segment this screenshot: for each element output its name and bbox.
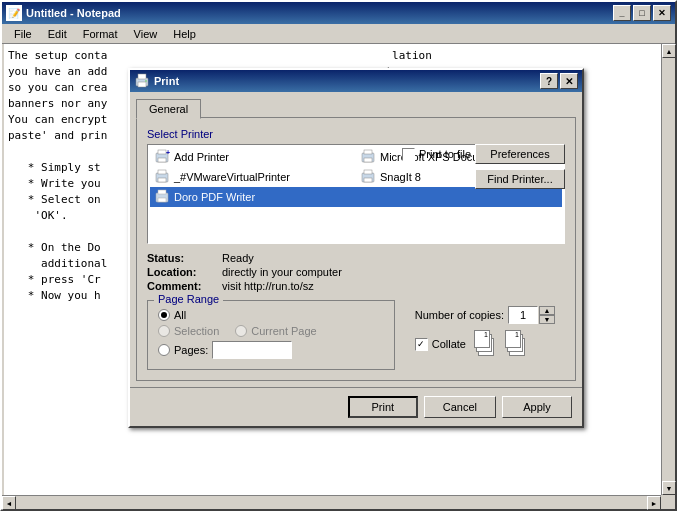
radio-all: All [158,309,384,321]
location-label: Location: [147,266,222,278]
svg-rect-15 [364,170,372,174]
notepad-title: Untitled - Notepad [26,7,613,19]
scroll-left-arrow[interactable]: ◄ [2,496,16,510]
print-button[interactable]: Print [348,396,418,418]
svg-rect-19 [158,198,166,202]
pages-input[interactable] [212,341,292,359]
dialog-close-button[interactable]: ✕ [560,73,578,89]
find-printer-button[interactable]: Find Printer... [475,169,565,189]
page-front-1b: 1 [505,330,521,348]
print-dialog: Print ? ✕ General Select Printer [128,68,584,428]
notepad-minimize-button[interactable]: _ [613,5,631,21]
dialog-titlebar-buttons: ? ✕ [540,73,578,89]
radio-selection-input[interactable] [158,325,170,337]
notepad-scrollbar-horizontal[interactable]: ◄ ► [2,495,661,509]
snagit-printer-icon [360,169,376,185]
add-printer-icon: + [154,149,170,165]
radio-current-page: Current Page [235,325,316,337]
radio-pages-input[interactable] [158,344,170,356]
menu-file[interactable]: File [6,26,40,42]
dialog-help-button[interactable]: ? [540,73,558,89]
scroll-up-arrow[interactable]: ▲ [662,44,676,58]
menu-format[interactable]: Format [75,26,126,42]
collate-label: Collate [432,338,466,350]
spin-up-arrow[interactable]: ▲ [539,306,555,315]
collate-check-mark: ✓ [417,339,425,349]
printer-name-doro: Doro PDF Writer [174,191,255,203]
right-controls: Print to file Preferences Find Printer..… [402,144,565,189]
cancel-button[interactable]: Cancel [424,396,496,418]
dialog-footer: Print Cancel Apply [130,387,582,426]
notepad-maximize-button[interactable]: □ [633,5,651,21]
status-section: Status: Ready Location: directly in your… [147,252,565,292]
svg-rect-18 [158,190,166,194]
status-label: Status: [147,252,222,264]
collate-row: ✓ Collate 3 2 1 3 2 [415,330,555,358]
spin-down-arrow[interactable]: ▼ [539,315,555,324]
tab-content-general: Select Printer + Add Printer [136,117,576,381]
radio-selection: Selection [158,325,219,337]
radio-selection-label: Selection [174,325,219,337]
printer-icon [134,73,150,89]
spinner-arrows: ▲ ▼ [539,306,555,324]
copies-group: Number of copies: ▲ ▼ ✓ [405,300,565,370]
svg-text:+: + [166,149,170,156]
select-printer-label: Select Printer [147,128,565,140]
print-to-file-checkbox[interactable] [402,148,415,161]
page-range-legend: Page Range [154,293,223,305]
svg-rect-1 [138,74,146,79]
menu-help[interactable]: Help [165,26,204,42]
menu-view[interactable]: View [126,26,166,42]
print-to-file-label: Print to file [419,148,471,160]
notepad-titlebar-buttons: _ □ ✕ [613,5,671,21]
notepad-titlebar: 📝 Untitled - Notepad _ □ ✕ [2,2,675,24]
svg-rect-13 [158,178,166,182]
bottom-sections: Page Range All Selection Current Page [147,300,565,370]
status-value: Ready [222,252,565,264]
radio-current-page-input[interactable] [235,325,247,337]
location-value: directly in your computer [222,266,565,278]
notepad-close-button[interactable]: ✕ [653,5,671,21]
xps-printer-icon [360,149,376,165]
svg-rect-6 [158,158,166,162]
content-line: The setup conta lation [8,48,657,64]
notepad-menubar: File Edit Format View Help [2,24,675,44]
comment-value: visit http://run.to/sz [222,280,565,292]
svg-rect-2 [138,82,146,87]
dialog-title: Print [154,75,540,87]
dialog-title-icon [134,73,150,89]
radio-pages-label: Pages: [174,344,208,356]
svg-rect-10 [364,158,372,162]
menu-edit[interactable]: Edit [40,26,75,42]
collate-stack-1: 3 2 1 [474,330,498,358]
print-to-file-row: Print to file Preferences [402,144,565,164]
collate-stack-2: 3 2 1 [505,330,529,358]
svg-rect-12 [158,170,166,174]
collate-checkbox[interactable]: ✓ [415,338,428,351]
radio-current-page-label: Current Page [251,325,316,337]
scroll-right-arrow[interactable]: ► [647,496,661,510]
dialog-body: General Select Printer + [130,92,582,387]
radio-all-label: All [174,309,186,321]
find-printer-button-row: Find Printer... [475,169,565,189]
tab-general[interactable]: General [136,99,201,119]
copies-spinner: ▲ ▼ [508,306,555,324]
dialog-titlebar: Print ? ✕ [130,70,582,92]
printer-name-add: Add Printer [174,151,229,163]
radio-pages: Pages: [158,341,384,359]
printer-item-add[interactable]: + Add Printer [150,147,356,167]
svg-rect-9 [364,150,372,154]
copies-input[interactable] [508,306,538,324]
vmware-printer-icon [154,169,170,185]
printer-item-doro[interactable]: Doro PDF Writer [150,187,562,207]
preferences-button[interactable]: Preferences [475,144,565,164]
scroll-down-arrow[interactable]: ▼ [662,481,676,495]
notepad-icon: 📝 [6,5,22,21]
radio-all-input[interactable] [158,309,170,321]
apply-button[interactable]: Apply [502,396,572,418]
notepad-scrollbar-vertical[interactable]: ▲ ▼ [661,44,675,495]
printer-item-vmware[interactable]: _#VMwareVirtualPrinter [150,167,356,187]
svg-rect-16 [364,178,372,182]
page-front-1: 1 [474,330,490,348]
page-range-group: Page Range All Selection Current Page [147,300,395,370]
